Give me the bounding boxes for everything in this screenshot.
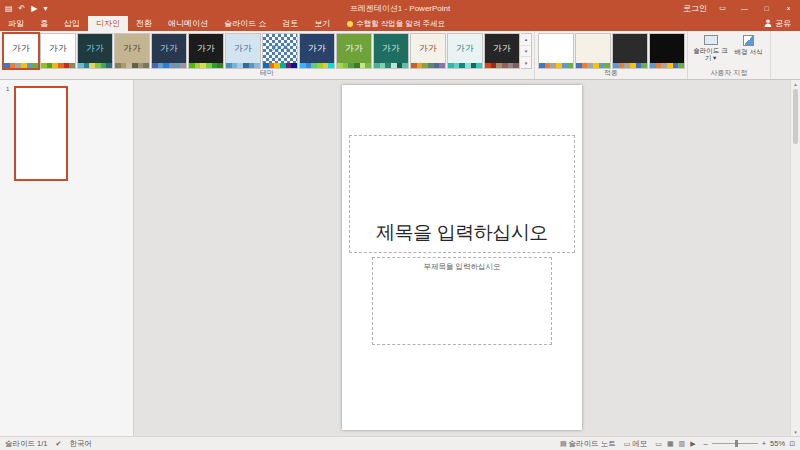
lightbulb-icon bbox=[347, 21, 353, 27]
theme-preview: 가가 bbox=[189, 34, 223, 63]
slide-canvas[interactable]: 제목을 입력하십시오 부제목을 입력하십시오 bbox=[342, 85, 582, 430]
subtitle-placeholder[interactable]: 부제목을 입력하십시오 bbox=[372, 257, 552, 345]
tab-review[interactable]: 검토 bbox=[274, 16, 306, 31]
slide-thumbnail-item[interactable]: 1 bbox=[14, 86, 68, 181]
language-indicator[interactable]: 한국어 bbox=[69, 439, 92, 449]
theme-item-10[interactable]: 가가 bbox=[336, 33, 372, 69]
slide-size-icon bbox=[704, 35, 718, 45]
zoom-slider-thumb[interactable] bbox=[735, 440, 738, 447]
fit-to-window-icon[interactable]: ⊡ bbox=[789, 440, 795, 448]
tab-insert[interactable]: 삽입 bbox=[56, 16, 88, 31]
vertical-scrollbar[interactable]: ▴ ▾ bbox=[790, 80, 800, 436]
undo-icon[interactable]: ↶ bbox=[19, 4, 26, 13]
slide-size-button[interactable]: 슬라이드 크기 ▾ bbox=[693, 33, 728, 71]
theme-preview bbox=[650, 34, 684, 63]
theme-item-7[interactable]: 가가 bbox=[225, 33, 261, 69]
zoom-slider[interactable] bbox=[712, 443, 758, 444]
quick-access-toolbar: ▤ ↶ ▶ ▾ bbox=[5, 4, 47, 13]
tell-me-box[interactable]: 수행할 작업을 알려 주세요 bbox=[338, 16, 454, 31]
variants-group-label: 적용 bbox=[535, 68, 687, 78]
format-background-button[interactable]: 배경 서식 bbox=[731, 33, 766, 71]
scrollbar-track[interactable] bbox=[791, 87, 800, 429]
theme-item-8[interactable]: 가가 bbox=[262, 33, 298, 69]
tab-file[interactable]: 파일 bbox=[0, 16, 32, 31]
maximize-icon[interactable]: □ bbox=[760, 5, 773, 12]
scroll-down-icon[interactable]: ▾ bbox=[794, 429, 797, 435]
theme-preview: 가가 bbox=[411, 34, 445, 63]
notes-button[interactable]: ▤슬라이드 노트 bbox=[560, 439, 616, 449]
theme-preview: 가가 bbox=[448, 34, 482, 63]
minimize-icon[interactable]: — bbox=[738, 5, 751, 12]
sign-in-link[interactable]: 로그인 bbox=[683, 3, 707, 14]
slideshow-view-icon[interactable]: ▶ bbox=[690, 440, 695, 448]
theme-item-3[interactable]: 가가 bbox=[77, 33, 113, 69]
theme-item-13[interactable]: 가가 bbox=[447, 33, 483, 69]
tell-me-label: 수행할 작업을 알려 주세요 bbox=[356, 19, 445, 29]
variant-item-1[interactable] bbox=[538, 33, 574, 69]
theme-item-6[interactable]: 가가 bbox=[188, 33, 224, 69]
theme-preview bbox=[539, 34, 573, 63]
normal-view-icon[interactable]: ▭ bbox=[655, 440, 662, 448]
save-icon[interactable]: ▤ bbox=[5, 4, 13, 13]
start-slideshow-icon[interactable]: ▶ bbox=[31, 4, 37, 13]
close-icon[interactable]: × bbox=[782, 5, 795, 12]
theme-preview: 가가 bbox=[337, 34, 371, 63]
theme-preview bbox=[613, 34, 647, 63]
tab-view[interactable]: 보기 bbox=[306, 16, 338, 31]
slide-thumbnail-panel: 1 bbox=[0, 80, 134, 436]
subtitle-placeholder-text: 부제목을 입력하십시오 bbox=[423, 262, 500, 272]
slide-size-button-label: 슬라이드 크기 ▾ bbox=[693, 47, 728, 62]
titlebar: ▤ ↶ ▶ ▾ 프레젠테이션1 - PowerPoint 로그인 ▭ — □ × bbox=[0, 0, 800, 16]
tab-slideshow[interactable]: 슬라이드 쇼 bbox=[216, 16, 274, 31]
comments-icon: ▭ bbox=[624, 440, 631, 448]
theme-item-11[interactable]: 가가 bbox=[373, 33, 409, 69]
spellcheck-icon[interactable]: ✔ bbox=[56, 440, 62, 448]
comments-button[interactable]: ▭메모 bbox=[624, 439, 648, 449]
zoom-out-icon[interactable]: – bbox=[704, 439, 708, 448]
theme-preview: 가가 bbox=[4, 34, 38, 63]
theme-preview bbox=[576, 34, 610, 63]
variants-group: 적용 bbox=[535, 31, 688, 79]
theme-preview: 가가 bbox=[263, 34, 297, 63]
zoom-in-icon[interactable]: + bbox=[762, 439, 766, 448]
gallery-down-icon[interactable]: ▾ bbox=[521, 46, 531, 58]
theme-item-14[interactable]: 가가 bbox=[484, 33, 520, 69]
tab-home[interactable]: 홈 bbox=[32, 16, 56, 31]
theme-item-5[interactable]: 가가 bbox=[151, 33, 187, 69]
slide-sorter-icon[interactable]: ▦ bbox=[667, 440, 674, 448]
scrollbar-thumb[interactable] bbox=[793, 89, 798, 144]
theme-item-2[interactable]: 가가 bbox=[40, 33, 76, 69]
theme-item-12[interactable]: 가가 bbox=[410, 33, 446, 69]
theme-item-4[interactable]: 가가 bbox=[114, 33, 150, 69]
theme-item-9[interactable]: 가가 bbox=[299, 33, 335, 69]
theme-preview: 가가 bbox=[485, 34, 519, 63]
status-left: 슬라이드 1/1 ✔ 한국어 bbox=[5, 439, 92, 449]
qat-customize-icon[interactable]: ▾ bbox=[43, 4, 47, 13]
tab-design[interactable]: 디자인 bbox=[88, 16, 128, 31]
slide-thumbnail[interactable] bbox=[14, 86, 68, 181]
tab-transitions[interactable]: 전환 bbox=[128, 16, 160, 31]
customize-group: 슬라이드 크기 ▾배경 서식 사용자 지정 bbox=[688, 31, 771, 79]
theme-preview: 가가 bbox=[41, 34, 75, 63]
theme-preview: 가가 bbox=[115, 34, 149, 63]
theme-preview: 가가 bbox=[226, 34, 260, 63]
variants-gallery bbox=[538, 33, 685, 69]
theme-item-1[interactable]: 가가 bbox=[3, 33, 39, 69]
tab-animations[interactable]: 애니메이션 bbox=[160, 16, 216, 31]
view-switcher: ▭ ▦ ▥ ▶ bbox=[655, 440, 695, 448]
gallery-more-icon[interactable]: ▾ bbox=[521, 57, 531, 68]
ribbon-tab-row: 파일홈삽입디자인전환애니메이션슬라이드 쇼검토보기 수행할 작업을 알려 주세요… bbox=[0, 16, 800, 31]
gallery-up-icon[interactable]: ▴ bbox=[521, 34, 531, 46]
ribbon: 가가가가가가가가가가가가가가가가가가가가가가가가가가가가 ▴ ▾ ▾ 테마 적용… bbox=[0, 31, 800, 80]
variant-item-4[interactable] bbox=[649, 33, 685, 69]
theme-preview: 가가 bbox=[78, 34, 112, 63]
variant-item-2[interactable] bbox=[575, 33, 611, 69]
ribbon-display-options-icon[interactable]: ▭ bbox=[716, 4, 729, 12]
zoom-percent[interactable]: 55% bbox=[770, 439, 785, 448]
share-button[interactable]: 공유 bbox=[755, 16, 800, 31]
reading-view-icon[interactable]: ▥ bbox=[679, 440, 686, 448]
title-placeholder[interactable]: 제목을 입력하십시오 bbox=[349, 135, 575, 253]
customize-buttons: 슬라이드 크기 ▾배경 서식 bbox=[691, 33, 768, 71]
variant-item-3[interactable] bbox=[612, 33, 648, 69]
format-background-button-label: 배경 서식 bbox=[735, 48, 763, 55]
